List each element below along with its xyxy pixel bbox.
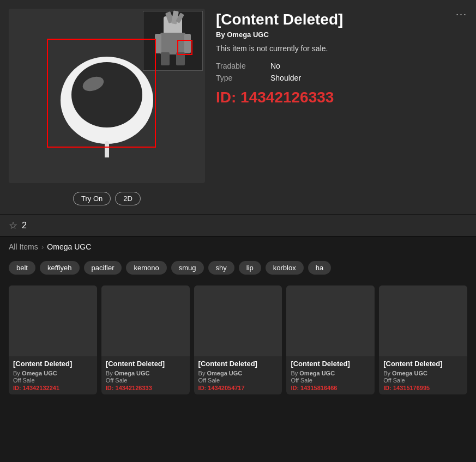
svg-point-1 xyxy=(71,62,142,127)
item-card-info: [Content Deleted] By Omega UGC Off Sale … xyxy=(101,356,190,394)
favorites-count: 2 xyxy=(22,221,27,230)
try-on-button[interactable]: Try On xyxy=(73,192,111,205)
product-section: Try On 2D [Content Deleted] By Omega UGC… xyxy=(0,0,476,215)
item-card-id: ID: 14342126333 xyxy=(106,385,185,391)
tag-pill[interactable]: lip xyxy=(239,261,261,275)
item-card-status: Off Sale xyxy=(291,377,370,384)
item-card-creator: By Omega UGC xyxy=(383,370,463,376)
item-card[interactable]: [Content Deleted] By Omega UGC Off Sale … xyxy=(101,285,190,394)
product-image-area xyxy=(9,9,205,183)
breadcrumb: All Items › Omega UGC xyxy=(0,237,476,257)
type-label: Type xyxy=(216,74,260,82)
item-card-creator: By Omega UGC xyxy=(291,370,370,376)
bowl-svg xyxy=(52,48,161,157)
item-3d-shape xyxy=(52,48,161,160)
tag-pill[interactable]: belt xyxy=(9,261,35,275)
more-options-button[interactable]: ··· xyxy=(456,9,467,20)
tag-pill[interactable]: smug xyxy=(171,261,204,275)
item-card-title: [Content Deleted] xyxy=(13,360,93,369)
tag-pill[interactable]: shy xyxy=(208,261,234,275)
item-card-id: ID: 14342054717 xyxy=(198,385,278,391)
item-card[interactable]: [Content Deleted] By Omega UGC Off Sale … xyxy=(9,285,97,394)
2d-button[interactable]: 2D xyxy=(115,192,141,205)
item-card-creator: By Omega UGC xyxy=(198,370,278,376)
item-card-image xyxy=(9,285,97,356)
item-card-info: [Content Deleted] By Omega UGC Off Sale … xyxy=(9,356,97,394)
item-card-creator: By Omega UGC xyxy=(13,370,93,376)
item-card-info: [Content Deleted] By Omega UGC Off Sale … xyxy=(379,356,467,394)
item-card-image xyxy=(194,285,282,356)
item-card-title: [Content Deleted] xyxy=(106,360,185,369)
breadcrumb-separator: › xyxy=(41,242,44,251)
tradable-value: No xyxy=(270,62,280,70)
tag-pill[interactable]: pacifier xyxy=(84,261,122,275)
tradable-row: Tradable No xyxy=(216,62,467,70)
item-card-image xyxy=(101,285,190,356)
item-card-status: Off Sale xyxy=(198,377,278,384)
avatar-right-arm xyxy=(184,34,191,53)
svg-rect-2 xyxy=(105,141,109,157)
sale-status: This item is not currently for sale. xyxy=(216,44,467,53)
item-card[interactable]: [Content Deleted] By Omega UGC Off Sale … xyxy=(194,285,282,394)
item-card-id: ID: 14342132241 xyxy=(13,385,93,391)
item-card[interactable]: [Content Deleted] By Omega UGC Off Sale … xyxy=(286,285,375,394)
product-title: [Content Deleted] xyxy=(216,11,467,28)
item-card-info: [Content Deleted] By Omega UGC Off Sale … xyxy=(194,356,282,394)
item-card-status: Off Sale xyxy=(106,377,185,384)
product-creator: By Omega UGC xyxy=(216,31,467,39)
tags-row: beltkeffiyehpacifierkemonosmugshylipkorb… xyxy=(0,257,476,279)
type-value: Shoulder xyxy=(270,74,301,82)
item-card-creator: By Omega UGC xyxy=(106,370,185,376)
tag-pill[interactable]: korblox xyxy=(266,261,304,275)
tag-pill[interactable]: kemono xyxy=(126,261,166,275)
favorites-row: ☆ 2 xyxy=(0,215,476,237)
item-card-status: Off Sale xyxy=(13,377,93,384)
item-card-title: [Content Deleted] xyxy=(383,360,463,369)
tag-pill[interactable]: keffiyeh xyxy=(40,261,80,275)
type-row: Type Shoulder xyxy=(216,74,467,82)
item-card-title: [Content Deleted] xyxy=(198,360,278,369)
item-card-image xyxy=(286,285,375,356)
breadcrumb-current: Omega UGC xyxy=(47,242,91,251)
item-card-status: Off Sale xyxy=(383,377,463,384)
tag-pill[interactable]: ha xyxy=(308,261,331,275)
star-icon[interactable]: ☆ xyxy=(9,220,17,232)
item-card-image xyxy=(379,285,467,356)
item-card-info: [Content Deleted] By Omega UGC Off Sale … xyxy=(286,356,375,394)
item-id: ID: 14342126333 xyxy=(216,89,467,106)
image-buttons: Try On 2D xyxy=(73,192,141,205)
item-card-id: ID: 14315176995 xyxy=(383,385,463,391)
breadcrumb-root[interactable]: All Items xyxy=(9,242,38,251)
product-info: [Content Deleted] By Omega UGC This item… xyxy=(216,9,467,205)
item-card-id: ID: 14315816466 xyxy=(291,385,370,391)
tradable-label: Tradable xyxy=(216,62,260,70)
item-card-title: [Content Deleted] xyxy=(291,360,370,369)
item-card[interactable]: [Content Deleted] By Omega UGC Off Sale … xyxy=(379,285,467,394)
items-grid: [Content Deleted] By Omega UGC Off Sale … xyxy=(0,279,476,401)
